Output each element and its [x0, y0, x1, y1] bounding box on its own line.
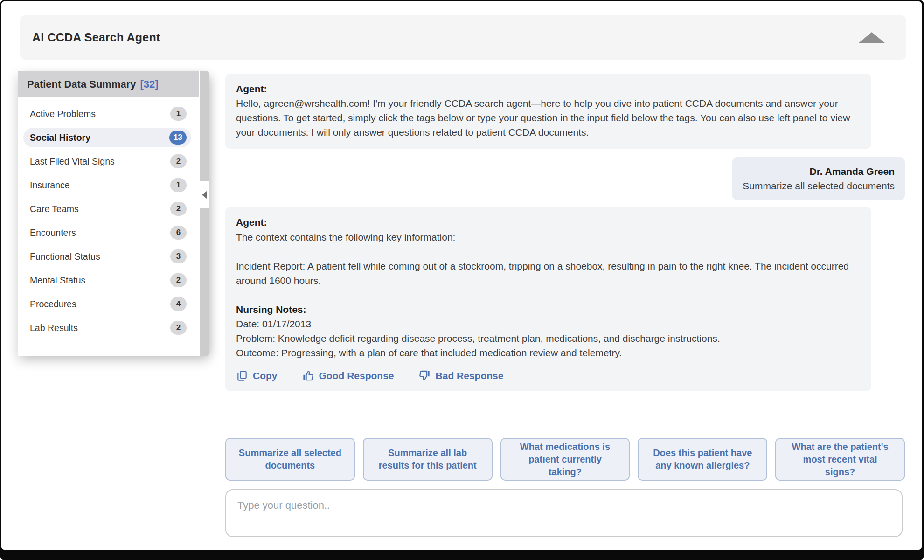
agent-paragraph: Nursing Notes:	[236, 302, 861, 317]
good-response-label: Good Response	[319, 370, 394, 381]
ccda-agent-panel: AI CCDA Search Agent Patient Data Summar…	[1, 1, 922, 550]
suggestion-chip[interactable]: Summarize all lab results for this patie…	[363, 438, 493, 481]
sidebar-item-count-badge: 2	[170, 273, 187, 287]
thumbs-down-icon	[418, 369, 431, 382]
sidebar-item-label: Care Teams	[30, 204, 79, 214]
patient-data-sidebar: Patient Data Summary [32] Active Problem…	[18, 71, 209, 356]
sidebar-scrollbar[interactable]	[200, 71, 209, 356]
agent-message: Agent: Hello, agreen@wrshealth.com! I'm …	[225, 74, 871, 149]
sidebar-item-label: Last Filed Vital Signs	[30, 156, 115, 167]
agent-paragraph: Hello, agreen@wrshealth.com! I'm your fr…	[236, 96, 861, 139]
bad-response-label: Bad Response	[436, 370, 504, 381]
app-window: AI CCDA Search Agent Patient Data Summar…	[0, 0, 924, 560]
collapse-panel-button[interactable]	[858, 32, 885, 43]
sidebar-item[interactable]: Care Teams 2	[23, 199, 191, 219]
agent-message-body: Hello, agreen@wrshealth.com! I'm your fr…	[236, 96, 861, 139]
message-list: Agent: Hello, agreen@wrshealth.com! I'm …	[225, 74, 905, 391]
chevron-up-icon	[858, 32, 885, 43]
agent-paragraph	[236, 244, 861, 259]
suggestion-chip[interactable]: Does this patient have any known allergi…	[638, 438, 767, 481]
agent-paragraph: Outcome: Progressing, with a plan of car…	[236, 346, 861, 360]
sidebar-total-count: [32]	[140, 78, 159, 90]
sidebar-item-count-badge: 2	[170, 154, 187, 168]
sidebar-item[interactable]: Social History 13	[23, 128, 191, 147]
sidebar-item-count-badge: 3	[170, 249, 187, 263]
sidebar-list: Active Problems 1 Social History 13 Last…	[18, 97, 200, 338]
sidebar-item[interactable]: Insurance 1	[23, 175, 191, 195]
agent-message: Agent: The context contains the followin…	[225, 207, 871, 391]
user-message-text: Summarize all selected documents	[743, 179, 895, 193]
suggestion-chip[interactable]: Summarize all selected documents	[225, 438, 355, 481]
sidebar-collapse-handle[interactable]	[200, 181, 209, 208]
sidebar-item-label: Lab Results	[30, 323, 78, 333]
page-title: AI CCDA Search Agent	[32, 31, 160, 44]
copy-label: Copy	[253, 370, 278, 381]
sidebar-item-label: Insurance	[30, 180, 70, 191]
sidebar-item-label: Functional Status	[30, 251, 100, 262]
sidebar-item-label: Procedures	[30, 299, 76, 310]
sidebar-item-label: Encounters	[30, 228, 76, 238]
agent-label: Agent:	[236, 82, 861, 96]
thumbs-up-icon	[302, 369, 314, 382]
bad-response-button[interactable]: Bad Response	[418, 369, 504, 382]
agent-paragraph: Date: 01/17/2013	[236, 317, 861, 331]
sidebar-item-count-badge: 13	[169, 131, 187, 145]
sidebar-item-label: Social History	[30, 132, 90, 143]
sidebar-item[interactable]: Procedures 4	[23, 294, 191, 314]
agent-paragraph: Problem: Knowledge deficit regarding dis…	[236, 331, 861, 346]
sidebar-item[interactable]: Last Filed Vital Signs 2	[23, 152, 191, 171]
agent-message-body: The context contains the following key i…	[236, 230, 861, 360]
message-actions: Copy Good Response Bad Response	[236, 369, 861, 382]
sidebar-item[interactable]: Functional Status 3	[23, 247, 191, 266]
sidebar-item-count-badge: 2	[170, 321, 187, 335]
sidebar-item-label: Mental Status	[30, 275, 85, 286]
suggestion-chip[interactable]: What medications is patient currently ta…	[500, 438, 630, 481]
sidebar-item[interactable]: Lab Results 2	[23, 318, 191, 338]
suggestion-chip[interactable]: What are the patient's most recent vital…	[775, 438, 905, 481]
copy-button[interactable]: Copy	[236, 370, 278, 382]
sidebar-item[interactable]: Active Problems 1	[23, 104, 191, 124]
chat-area: Agent: Hello, agreen@wrshealth.com! I'm …	[225, 74, 905, 537]
suggestion-chips: Summarize all selected documentsSummariz…	[225, 438, 905, 481]
user-name: Dr. Amanda Green	[743, 164, 895, 179]
question-input[interactable]	[225, 489, 903, 537]
sidebar-item[interactable]: Mental Status 2	[23, 270, 191, 290]
agent-paragraph: The context contains the following key i…	[236, 230, 861, 244]
sidebar-item[interactable]: Encounters 6	[23, 223, 191, 242]
agent-paragraph: Incident Report: A patient fell while co…	[236, 259, 861, 288]
sidebar-item-count-badge: 1	[170, 107, 187, 121]
sidebar-item-label: Active Problems	[30, 109, 96, 119]
copy-icon	[236, 370, 248, 382]
sidebar-item-count-badge: 2	[170, 202, 187, 216]
agent-label: Agent:	[236, 215, 861, 229]
sidebar-item-count-badge: 1	[170, 178, 187, 192]
good-response-button[interactable]: Good Response	[302, 369, 394, 382]
sidebar-item-count-badge: 6	[170, 226, 187, 240]
sidebar-header: Patient Data Summary [32]	[18, 71, 199, 97]
user-message: Dr. Amanda Green Summarize all selected …	[732, 157, 905, 200]
agent-paragraph	[236, 288, 861, 302]
sidebar-item-count-badge: 4	[170, 297, 187, 311]
sidebar-title: Patient Data Summary	[27, 78, 136, 90]
panel-header: AI CCDA Search Agent	[20, 15, 906, 60]
chevron-left-icon	[202, 191, 207, 199]
